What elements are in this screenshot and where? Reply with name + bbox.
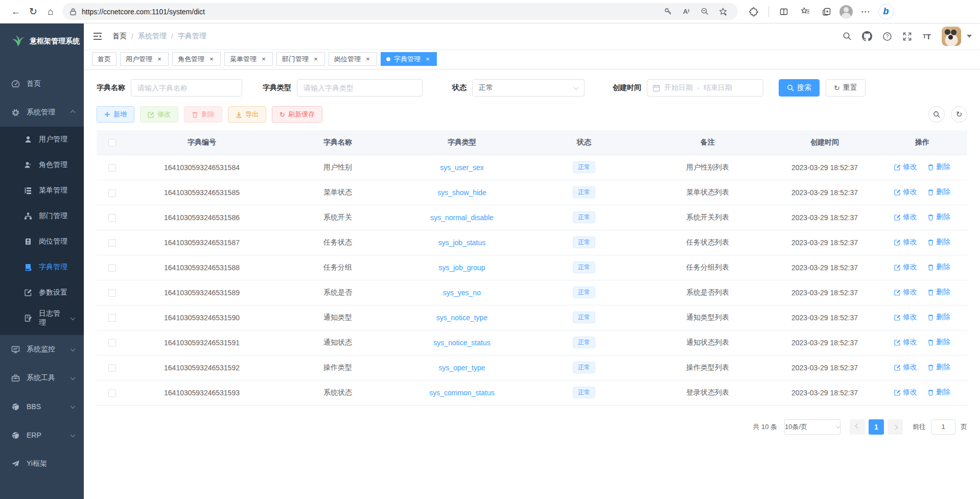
close-icon[interactable] (424, 56, 431, 63)
row-edit-link[interactable]: 修改 (894, 237, 917, 247)
dict-type-link[interactable]: sys_normal_disable (430, 213, 494, 222)
row-edit-link[interactable]: 修改 (894, 313, 917, 322)
select-all-checkbox[interactable] (108, 139, 116, 147)
zoom-out-icon[interactable] (697, 4, 712, 19)
row-checkbox[interactable] (108, 364, 116, 372)
close-icon[interactable] (260, 56, 267, 63)
sidebar-item-home[interactable]: 首页 (0, 69, 84, 98)
read-aloud-icon[interactable]: A⁾ (679, 4, 694, 19)
status-select[interactable]: 正常 (472, 79, 585, 97)
breadcrumb-home[interactable]: 首页 (112, 32, 127, 41)
extensions-icon[interactable] (745, 3, 762, 20)
row-delete-link[interactable]: 删除 (927, 237, 950, 247)
collections-icon[interactable] (818, 3, 835, 20)
sidebar-item-role-mgmt[interactable]: 角色管理 (0, 152, 84, 178)
dict-type-link[interactable]: sys_user_sex (440, 163, 484, 172)
dict-type-link[interactable]: sys_job_status (438, 239, 486, 247)
sidebar-item-log-mgmt[interactable]: 日志管理 (0, 305, 84, 331)
row-checkbox[interactable] (108, 289, 116, 297)
row-checkbox[interactable] (108, 164, 116, 172)
edit-button[interactable]: 修改 (140, 106, 178, 123)
sidebar-item-dict-mgmt[interactable]: 字典管理 (0, 254, 84, 280)
row-edit-link[interactable]: 修改 (894, 388, 917, 397)
row-delete-link[interactable]: 删除 (927, 288, 950, 297)
sidebar-item-bbs[interactable]: BBS (0, 392, 84, 421)
sidebar-item-user-mgmt[interactable]: 用户管理 (0, 127, 84, 152)
github-icon[interactable] (862, 31, 872, 41)
sidebar-item-system-mgmt[interactable]: 系统管理 (0, 98, 84, 127)
row-delete-link[interactable]: 删除 (927, 313, 950, 322)
delete-button[interactable]: 删除 (184, 106, 222, 123)
row-checkbox[interactable] (108, 189, 116, 197)
sidebar-item-menu-mgmt[interactable]: 菜单管理 (0, 178, 84, 203)
browser-refresh-icon[interactable]: ↻ (25, 3, 42, 20)
tab-post-mgmt[interactable]: 岗位管理 (329, 52, 377, 66)
sidebar-item-param-settings[interactable]: 参数设置 (0, 280, 84, 305)
prev-page-button[interactable] (850, 419, 865, 435)
row-edit-link[interactable]: 修改 (894, 363, 917, 372)
row-checkbox[interactable] (108, 264, 116, 272)
row-edit-link[interactable]: 修改 (894, 288, 917, 297)
row-checkbox[interactable] (108, 239, 116, 247)
browser-home-icon[interactable]: ⌂ (42, 3, 59, 20)
dict-type-link[interactable]: sys_show_hide (437, 188, 486, 197)
bing-chat-icon[interactable]: b (878, 4, 894, 19)
tab-role-mgmt[interactable]: 角色管理 (172, 52, 221, 66)
close-icon[interactable] (208, 56, 215, 63)
dict-type-link[interactable]: sys_oper_type (438, 364, 485, 372)
tab-home[interactable]: 首页 (92, 52, 116, 66)
dict-type-input[interactable] (297, 79, 423, 97)
refresh-table-icon[interactable]: ↻ (951, 106, 967, 123)
help-icon[interactable]: ? (882, 31, 892, 41)
row-delete-link[interactable]: 删除 (927, 162, 950, 172)
dict-type-link[interactable]: sys_notice_type (436, 314, 487, 322)
row-checkbox[interactable] (108, 314, 116, 322)
row-checkbox[interactable] (108, 214, 116, 222)
add-favorite-star-icon[interactable] (715, 4, 731, 19)
sidebar-item-erp[interactable]: ERP (0, 421, 84, 449)
page-size-select[interactable]: 10条/页 (784, 419, 841, 435)
tab-dept-mgmt[interactable]: 部门管理 (276, 52, 325, 66)
next-page-button[interactable] (888, 419, 903, 435)
browser-profile-avatar[interactable] (839, 5, 853, 18)
sidebar-item-system-monitor[interactable]: 系统监控 (0, 335, 84, 364)
row-delete-link[interactable]: 删除 (927, 187, 950, 197)
user-avatar[interactable] (942, 27, 961, 46)
favorites-icon[interactable] (797, 3, 814, 20)
sidebar-item-dept-mgmt[interactable]: 部门管理 (0, 203, 84, 229)
close-icon[interactable] (156, 56, 163, 63)
row-edit-link[interactable]: 修改 (894, 263, 917, 272)
row-delete-link[interactable]: 删除 (927, 212, 950, 222)
sidebar-collapse-icon[interactable] (92, 31, 103, 42)
row-edit-link[interactable]: 修改 (894, 338, 917, 347)
date-range-picker[interactable]: 开始日期 - 结束日期 (647, 79, 763, 97)
row-edit-link[interactable]: 修改 (894, 162, 917, 172)
row-checkbox[interactable] (108, 339, 116, 347)
tab-menu-mgmt[interactable]: 菜单管理 (224, 52, 273, 66)
password-key-icon[interactable] (660, 4, 675, 19)
search-button[interactable]: 搜索 (779, 79, 820, 97)
reset-button[interactable]: ↻ 重置 (826, 79, 866, 97)
close-icon[interactable] (364, 56, 371, 63)
browser-more-icon[interactable]: ⋯ (857, 3, 874, 20)
row-edit-link[interactable]: 修改 (894, 212, 917, 222)
add-button[interactable]: 新增 (97, 106, 134, 123)
sidebar-item-post-mgmt[interactable]: 岗位管理 (0, 229, 84, 254)
fullscreen-icon[interactable] (902, 31, 912, 41)
browser-back-icon[interactable]: ← (7, 3, 25, 20)
avatar-caret-icon[interactable] (967, 35, 972, 38)
header-search-icon[interactable] (842, 31, 852, 41)
toggle-search-icon[interactable] (928, 106, 945, 123)
tab-dict-mgmt[interactable]: 字典管理 (381, 52, 437, 66)
sidebar-item-system-tools[interactable]: 系统工具 (0, 364, 84, 392)
breadcrumb-system-mgmt[interactable]: 系统管理 (138, 32, 167, 41)
row-delete-link[interactable]: 删除 (927, 338, 950, 347)
dict-name-input[interactable] (131, 79, 242, 97)
row-delete-link[interactable]: 删除 (927, 263, 950, 272)
dict-type-link[interactable]: sys_notice_status (433, 339, 490, 347)
sidebar-item-yi-framework[interactable]: Yi框架 (0, 449, 84, 478)
goto-page-input[interactable] (931, 419, 955, 435)
app-logo[interactable]: 意框架管理系统 (0, 23, 84, 59)
dict-type-link[interactable]: sys_job_group (438, 264, 485, 272)
dict-type-link[interactable]: sys_yes_no (443, 289, 481, 297)
